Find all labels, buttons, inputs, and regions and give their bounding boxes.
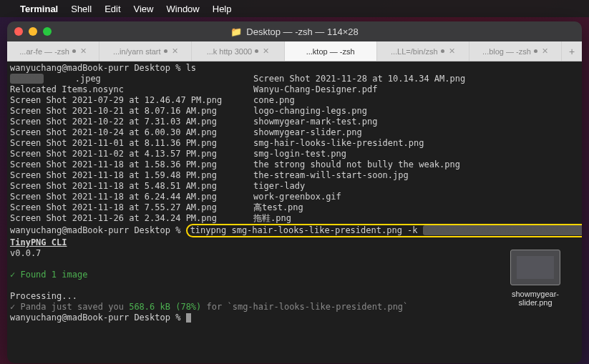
macos-menubar: Terminal Shell Edit View Window Help	[0, 0, 589, 17]
close-tab-icon[interactable]: ✕	[449, 46, 455, 56]
highlighted-command: tinypng smg-hair-looks-like-president.pn…	[186, 224, 582, 237]
menu-window[interactable]: Window	[167, 4, 200, 14]
ls-item: cone.png	[253, 95, 295, 105]
redacted-api-key: XXXXXXXXXXXXXXXXXXXXXXXXXXXXXXXX	[423, 225, 582, 235]
ls-item: Wanyu-Chang-Designer.pdf	[253, 84, 377, 94]
cli-title: TinyPNG CLI	[10, 237, 67, 247]
close-tab-icon[interactable]: ✕	[172, 46, 178, 56]
prompt: wanyuchang@madBook-purr Desktop %	[10, 225, 186, 235]
tab-2[interactable]: ...in/yarn start✕	[99, 41, 192, 61]
prompt: wanyuchang@madBook-purr Desktop %	[10, 63, 186, 73]
prompt: wanyuchang@madBook-purr Desktop %	[10, 313, 186, 323]
menu-app-name[interactable]: Terminal	[20, 4, 58, 14]
terminal-content[interactable]: wanyuchang@madBook-purr Desktop % ls XXX…	[7, 62, 582, 363]
menu-shell[interactable]: Shell	[71, 4, 92, 14]
ls-item: Screen Shot 2021-11-02 at 4.13.57 PM.png	[10, 149, 217, 159]
dirty-dot-icon	[72, 49, 76, 53]
redacted-text: XXXXXX	[10, 74, 44, 84]
terminal-window: 📁 Desktop — -zsh — 114×28 ...ar-fe — -zs…	[7, 21, 582, 363]
dirty-dot-icon	[441, 49, 444, 53]
ls-item: Screen Shot 2021-07-29 at 12.46.47 PM.pn…	[10, 95, 222, 105]
tab-4-active[interactable]: ...ktop — -zsh	[285, 41, 377, 61]
close-tab-icon[interactable]: ✕	[80, 46, 87, 56]
command: tinypng smg-hair-looks-like-president.pn…	[190, 225, 423, 235]
ls-item: smg-hair-looks-like-president.png	[253, 138, 424, 148]
file-thumbnail-icon	[510, 250, 560, 285]
ls-item: Relocated Items.nosync	[10, 84, 124, 94]
ls-item: Screen Shot 2021-10-22 at 7.31.03 AM.png	[10, 117, 217, 127]
ls-item: Screen Shot 2021-10-24 at 6.00.30 AM.png	[10, 127, 217, 137]
ls-item: Screen Shot 2021-11-26 at 2.34.24 PM.png	[10, 213, 217, 223]
menu-view[interactable]: View	[134, 4, 154, 14]
tab-1[interactable]: ...ar-fe — -zsh✕	[7, 41, 99, 61]
ls-item: 高test.png	[253, 202, 303, 212]
ls-item: showmygear-slider.png	[253, 127, 362, 137]
dirty-dot-icon	[255, 49, 258, 53]
file-name-label: showmygear-slider.png	[503, 290, 568, 307]
ls-item: Screen Shot 2021-11-18 at 1.58.36 PM.png	[10, 159, 217, 169]
found-message: ✓ Found 1 image	[10, 270, 87, 280]
window-titlebar[interactable]: 📁 Desktop — -zsh — 114×28	[7, 21, 582, 41]
menu-help[interactable]: Help	[213, 4, 232, 14]
processing-message: Processing...	[10, 291, 77, 301]
ls-item: Screen Shot 2021-11-18 at 7.55.27 AM.png	[10, 202, 217, 212]
ls-item: Screen Shot 2021-11-18 at 1.59.48 PM.png	[10, 170, 217, 180]
new-tab-button[interactable]: +	[562, 41, 582, 61]
ls-item: Screen Shot 2021-11-01 at 8.11.36 PM.png	[10, 138, 217, 148]
ls-item: work-greenbox.gif	[253, 192, 341, 202]
ls-item: Screen Shot 2021-11-18 at 6.24.44 AM.png	[10, 192, 217, 202]
ls-item: 拖鞋.png	[253, 213, 291, 223]
ls-item: Screen Shot 2021-11-18 at 5.48.51 AM.png	[10, 181, 217, 191]
tab-bar: ...ar-fe — -zsh✕ ...in/yarn start✕ ...k …	[7, 41, 582, 62]
saved-message: ✓ Panda just saved you 568.6 kB (78%) fo…	[10, 302, 408, 312]
ls-item: the-stream-will-start-soon.jpg	[253, 170, 409, 180]
tab-3[interactable]: ...k http 3000✕	[192, 41, 284, 61]
tab-5[interactable]: ...LL=/bin/zsh✕	[377, 41, 469, 61]
window-title-text: Desktop — -zsh — 114×28	[246, 26, 358, 37]
ls-item: .jpeg	[44, 74, 100, 84]
command: ls	[186, 63, 196, 73]
desktop-file-icon[interactable]: showmygear-slider.png	[503, 250, 568, 307]
ls-item: logo-changing-legs.png	[253, 106, 367, 116]
ls-item: tiger-lady	[253, 181, 305, 191]
tab-6[interactable]: ...blog — -zsh✕	[469, 41, 562, 61]
menu-edit[interactable]: Edit	[104, 4, 120, 14]
ls-item: Screen Shot 2021-10-21 at 8.07.16 AM.png	[10, 106, 217, 116]
ls-item: showmygear-mark-test.png	[253, 117, 377, 127]
close-tab-icon[interactable]: ✕	[542, 46, 548, 56]
window-title: 📁 Desktop — -zsh — 114×28	[7, 26, 582, 37]
ls-item: Screen Shot 2021-11-28 at 10.14.34 AM.pn…	[253, 74, 465, 84]
dirty-dot-icon	[534, 49, 537, 53]
dirty-dot-icon	[164, 49, 167, 53]
ls-item: smg-login-test.png	[253, 149, 346, 159]
ls-item: the strong should not bully the weak.png	[253, 159, 460, 169]
close-tab-icon[interactable]: ✕	[263, 46, 269, 56]
folder-icon: 📁	[230, 26, 242, 37]
cursor-icon	[186, 313, 191, 323]
cli-version: v0.0.7	[10, 248, 41, 258]
